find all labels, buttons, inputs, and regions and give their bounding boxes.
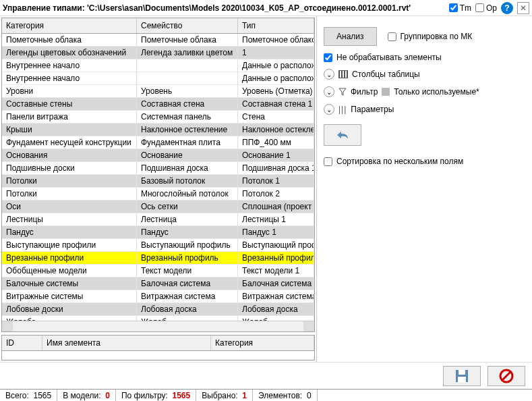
- table-row[interactable]: ПотолкиМногослойный потолокПотолок 2: [2, 188, 314, 200]
- table-row[interactable]: Выступающие профилиВыступающий профильВы…: [2, 239, 314, 252]
- close-icon[interactable]: ✕: [517, 2, 529, 14]
- horizontal-scrollbar[interactable]: [2, 321, 314, 331]
- chevron-down-icon[interactable]: ⌄: [324, 86, 334, 97]
- used-only-checkbox[interactable]: [382, 88, 390, 96]
- status-elements: Элементов: 0: [253, 390, 318, 402]
- main: Категория Семейство Тип Пометочные облак…: [0, 16, 532, 362]
- elements-grid: ID Имя элемента Категория: [1, 335, 315, 360]
- table-row[interactable]: ПандусПандусПандус 1: [2, 226, 314, 239]
- filter-label: Фильтр: [351, 87, 378, 97]
- op-checkbox[interactable]: Op: [475, 3, 497, 13]
- cancel-icon: [499, 369, 514, 383]
- status-total: Всего: 1565: [0, 390, 57, 402]
- svg-rect-1: [459, 370, 465, 375]
- footer: [0, 362, 532, 389]
- used-only-label: Только используемые*: [394, 87, 479, 97]
- table-row[interactable]: Панели витражаСистемная панельСтена: [2, 111, 314, 124]
- grid-header: Категория Семейство Тип: [2, 18, 314, 34]
- params-label: Параметры: [351, 105, 394, 114]
- save-icon: [454, 369, 469, 383]
- group-mk-label: Группировка по МК: [401, 32, 473, 41]
- table-row[interactable]: Внутреннее началоДанные о располож: [2, 59, 314, 72]
- undo-icon: [333, 128, 352, 142]
- help-icon[interactable]: ?: [501, 2, 513, 14]
- table-row[interactable]: Фундамент несущей конструкцииФундаментна…: [2, 136, 314, 149]
- group-mk-checkbox[interactable]: [388, 32, 396, 41]
- table-row[interactable]: КрышиНаклонное остеклениеНаклонное остек…: [2, 124, 314, 136]
- table-row[interactable]: ОснованияОснованиеОснование 1: [2, 149, 314, 162]
- undo-button[interactable]: [324, 124, 361, 146]
- col-element-name[interactable]: Имя элемента: [42, 336, 211, 350]
- col-id[interactable]: ID: [2, 336, 42, 350]
- table-row[interactable]: Витражные системыВитражная системаВитраж…: [2, 290, 314, 303]
- table-row[interactable]: Внутреннее началоДанные о располож: [2, 72, 314, 85]
- table-row[interactable]: ЖелобаЖелобЖелоб: [2, 316, 314, 321]
- sliders-icon: |||: [338, 105, 347, 114]
- tm-checkbox[interactable]: Tm: [449, 3, 471, 13]
- window-title: Управление типами: 'C:\Users\asan\Docume…: [3, 3, 445, 13]
- right-panel: Анализ Группировка по МК Не обрабатывать…: [317, 16, 532, 362]
- table-row[interactable]: Обобщенные моделиТекст моделиТекст модел…: [2, 265, 314, 277]
- funnel-icon: [338, 88, 347, 96]
- status-model: В модели: 0: [57, 390, 116, 402]
- chevron-down-icon[interactable]: ⌄: [324, 69, 334, 80]
- table-row[interactable]: Балочные системыБалочная системаБалочная…: [2, 277, 314, 290]
- sort-multi-checkbox[interactable]: [324, 157, 332, 166]
- save-button[interactable]: [443, 366, 481, 386]
- col-category2[interactable]: Категория: [211, 336, 314, 350]
- statusbar: Всего: 1565 В модели: 0 По фильтру: 1565…: [0, 389, 532, 401]
- left-pane: Категория Семейство Тип Пометочные облак…: [0, 16, 317, 362]
- status-selected: Выбрано: 1: [196, 390, 253, 402]
- columns-icon: [338, 70, 348, 78]
- table-row[interactable]: УровниУровеньУровень (Отметка): [2, 85, 314, 98]
- table-row[interactable]: Лобовые доскиЛобовая доскаЛобовая доска: [2, 303, 314, 316]
- table-row[interactable]: ПотолкиБазовый потолокПотолок 1: [2, 175, 314, 188]
- table-row[interactable]: Легенды цветовых обозначенийЛегенда зали…: [2, 47, 314, 59]
- cancel-button[interactable]: [487, 366, 525, 386]
- skip-elements-label: Не обрабатывать элементы: [336, 53, 442, 62]
- chevron-down-icon[interactable]: ⌄: [324, 104, 334, 115]
- skip-elements-checkbox[interactable]: [324, 53, 332, 62]
- status-filter: По фильтру: 1565: [116, 390, 196, 402]
- table-row[interactable]: Подшивные доскиПодшивная доскаПодшивная …: [2, 162, 314, 175]
- table-row[interactable]: Врезанные профилиВрезанный профильВрезан…: [2, 252, 314, 265]
- analysis-button[interactable]: Анализ: [324, 27, 377, 46]
- table-row[interactable]: Составные стеныСоставная стенаСоставная …: [2, 98, 314, 111]
- col-category[interactable]: Категория: [2, 18, 137, 33]
- table-row[interactable]: Пометочные облакаПометочные облакаПомето…: [2, 34, 314, 47]
- svg-rect-2: [458, 377, 466, 382]
- sort-multi-label: Сортировка по нескольким полям: [336, 157, 463, 166]
- types-grid: Категория Семейство Тип Пометочные облак…: [1, 18, 315, 332]
- table-row[interactable]: ЛестницыЛестницаЛестницы 1: [2, 213, 314, 226]
- svg-line-4: [502, 372, 510, 380]
- col-family[interactable]: Семейство: [137, 18, 238, 33]
- col-type[interactable]: Тип: [238, 18, 314, 33]
- table-row[interactable]: ОсиОсь сеткиСплошная (проект: [2, 200, 314, 213]
- columns-label: Столбцы таблицы: [352, 70, 420, 79]
- titlebar: Управление типами: 'C:\Users\asan\Docume…: [0, 0, 532, 16]
- grid-body[interactable]: Пометочные облакаПометочные облакаПомето…: [2, 34, 314, 321]
